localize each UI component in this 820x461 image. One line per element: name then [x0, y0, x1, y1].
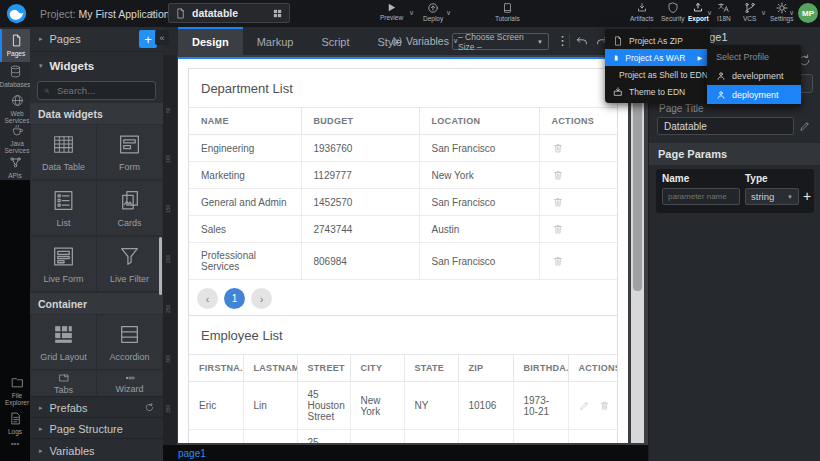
app-logo[interactable] [6, 3, 27, 24]
add-param-button[interactable]: + [803, 188, 811, 204]
table-row[interactable]: Sales 2743744 Austin [189, 216, 617, 243]
table-row[interactable]: Marketing 1129777 New York [189, 162, 617, 189]
pagination-next-button[interactable]: › [251, 288, 272, 309]
menu-item-project-shell-edn[interactable]: Project as Shell to EDN [605, 66, 710, 83]
column-header[interactable]: NAME [189, 108, 301, 135]
widget-live-form[interactable]: Live Form [31, 237, 96, 291]
artifacts-button[interactable]: Artifacts [630, 2, 653, 22]
variables-dropdown[interactable]: (x) Variables ∨ [392, 35, 458, 47]
rail-item-pages[interactable]: Pages [0, 29, 30, 62]
refresh-icon[interactable] [144, 402, 155, 413]
widget-data-table[interactable]: Data Table [31, 125, 96, 179]
page-structure-section-header[interactable]: ▸ Page Structure [30, 417, 163, 439]
menu-item-project-as-war[interactable]: Project As WAR ▶ [605, 49, 710, 66]
pagination-page-1[interactable]: 1 [224, 288, 245, 309]
preview-button[interactable]: Preview [380, 2, 403, 21]
caret-right-icon: ▸ [39, 447, 43, 455]
column-header[interactable]: ACTIONS [568, 355, 617, 382]
widget-grid-layout[interactable]: Grid Layout [31, 315, 96, 369]
bind-pencil-icon[interactable] [799, 120, 811, 132]
employee-list-title: Employee List [189, 316, 617, 354]
delete-row-icon[interactable] [552, 223, 564, 235]
export-chevron-icon[interactable]: ∨ [707, 9, 712, 17]
column-header[interactable]: BUDGET [301, 108, 419, 135]
vcs-chevron-icon[interactable]: ∨ [761, 9, 766, 17]
table-row[interactable]: General and Admin 1452570 San Francisco [189, 189, 617, 216]
header-bar: Project: My First Application › datatabl… [0, 0, 820, 27]
widget-live-filter[interactable]: Live Filter [97, 237, 162, 291]
deploy-icon [427, 2, 439, 14]
column-header[interactable]: STREET [297, 355, 350, 382]
pagination-prev-button[interactable]: ‹ [197, 288, 218, 309]
delete-row-icon[interactable] [599, 400, 610, 411]
widget-cards[interactable]: Cards [97, 181, 162, 235]
rail-overflow-button[interactable]: ••• [0, 440, 30, 447]
column-header[interactable]: ZIP [458, 355, 513, 382]
table-row[interactable]: Engineering 1936760 San Francisco [189, 135, 617, 162]
menu-item-project-as-zip[interactable]: Project As ZIP [605, 32, 710, 49]
undo-icon[interactable] [575, 34, 589, 48]
widget-form[interactable]: Form [97, 125, 162, 179]
widgets-section-header[interactable]: ▾ Widgets [30, 51, 163, 80]
security-button[interactable]: Security [661, 2, 684, 22]
user-avatar[interactable]: MP [798, 3, 818, 23]
status-page-tab[interactable]: page1 [178, 448, 206, 459]
widget-search-input[interactable] [55, 84, 149, 97]
vcs-button[interactable]: VCS [743, 2, 756, 22]
export-button[interactable]: Export [688, 2, 709, 22]
prefabs-section-header[interactable]: ▸ Prefabs [30, 396, 163, 418]
canvas-scrollbar[interactable] [631, 57, 644, 443]
tutorials-button[interactable]: Tutorials [495, 2, 520, 22]
delete-row-icon[interactable] [552, 142, 564, 154]
param-type-select[interactable]: string ▼ [745, 188, 799, 205]
settings-chevron-icon[interactable]: ∨ [789, 9, 794, 17]
column-header[interactable]: CITY [350, 355, 404, 382]
i18n-button[interactable]: I18N [717, 2, 731, 22]
page-title-input[interactable] [657, 117, 794, 135]
variables-section-header[interactable]: ▸ Variables [30, 438, 163, 461]
column-header[interactable]: FIRSTNA.. [189, 355, 243, 382]
delete-row-icon[interactable] [552, 196, 564, 208]
grid-layout-icon [51, 322, 76, 347]
delete-row-icon[interactable] [552, 255, 564, 267]
screen-size-select[interactable]: – Choose Screen Size – ▼ [452, 33, 549, 50]
submenu-item-deployment[interactable]: deployment [707, 85, 801, 104]
menu-item-theme-edn[interactable]: Theme to EDN [605, 83, 710, 100]
department-list-widget[interactable]: Department List NAME BUDGET LOCATION ACT… [188, 68, 618, 320]
deploy-button[interactable]: Deploy [423, 2, 443, 22]
rail-item-file-explorer[interactable]: File Explorer [0, 371, 34, 411]
panel-scrollbar-thumb[interactable] [159, 237, 162, 295]
column-header[interactable]: ACTIONS [539, 108, 617, 135]
column-header[interactable]: BIRTHDA.. [513, 355, 568, 382]
collapse-panel-button[interactable]: « [155, 30, 169, 45]
pages-section-header[interactable]: ▸ Pages + [30, 27, 163, 51]
tab-script[interactable]: Script [307, 27, 363, 55]
table-row[interactable]: Professional Services 806984 San Francis… [189, 243, 617, 280]
table-row[interactable]: Eric Lin 45 Houston Street New York NY 1… [189, 382, 617, 430]
rail-item-logs[interactable]: Logs [0, 407, 30, 440]
employee-list-widget[interactable]: Employee List FIRSTNA.. LASTNAME STREET … [188, 315, 618, 443]
delete-row-icon[interactable] [552, 169, 564, 181]
column-header[interactable]: LASTNAME [243, 355, 297, 382]
design-canvas-page[interactable]: Department List NAME BUDGET LOCATION ACT… [178, 59, 628, 443]
kebab-menu-icon[interactable]: ⋮ [556, 33, 569, 48]
grid-handle-icon[interactable] [272, 8, 283, 19]
rail-item-apis[interactable]: APIs [0, 151, 30, 184]
page-tab-datatable[interactable]: datatable [168, 3, 290, 23]
table-row[interactable]: Brad Tucker 25 Liberty Pl Boston MA 0212… [189, 430, 617, 444]
column-header[interactable]: STATE [404, 355, 458, 382]
widget-search[interactable] [37, 81, 156, 100]
widget-wizard[interactable]: Wizard [97, 371, 162, 396]
submenu-item-development[interactable]: development [707, 66, 801, 85]
column-header[interactable]: LOCATION [419, 108, 539, 135]
deploy-chevron-icon[interactable]: ∨ [446, 9, 451, 17]
widget-tabs[interactable]: Tabs [31, 371, 96, 396]
coffee-icon [11, 124, 24, 137]
widget-accordion[interactable]: Accordion [97, 315, 162, 369]
preview-chevron-icon[interactable]: ∨ [409, 9, 414, 17]
widget-list[interactable]: List [31, 181, 96, 235]
param-name-input[interactable] [662, 188, 740, 205]
tab-markup[interactable]: Markup [243, 27, 308, 55]
tab-design[interactable]: Design [178, 27, 243, 55]
edit-row-icon[interactable] [579, 400, 590, 411]
